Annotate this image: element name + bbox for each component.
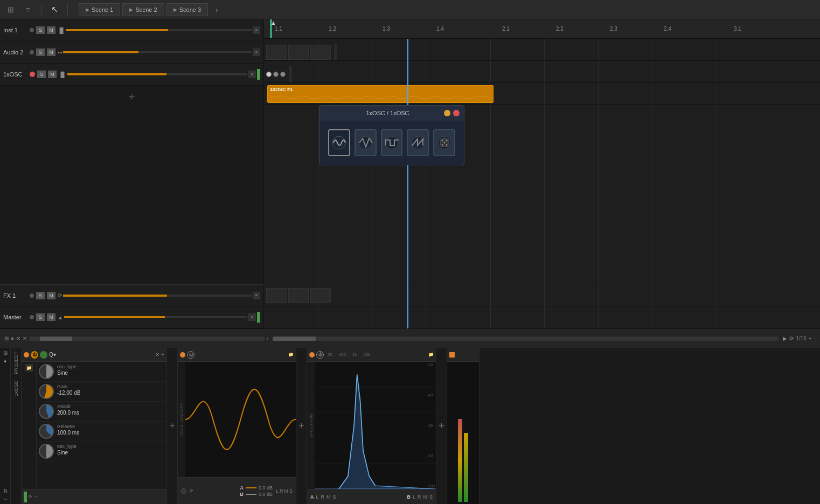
track-led-1xosc	[30, 72, 35, 77]
add-spectrum-btn[interactable]: +	[436, 348, 447, 504]
track-solo-fx1[interactable]: S	[36, 292, 45, 299]
knob-osc-type[interactable]	[39, 364, 54, 379]
menu-icon[interactable]: ≡	[22, 3, 34, 16]
plugin-close-btn[interactable]	[453, 110, 460, 116]
waveform-btn-noise[interactable]	[433, 129, 455, 156]
clip-block-title: 1xOSC #1	[268, 86, 493, 93]
spectrum-area: -20 -40 -60 -80 -100	[315, 362, 436, 489]
track-mute-inst1[interactable]: M	[47, 26, 55, 34]
sp-ch-b: B	[407, 494, 411, 500]
osc-ch-b: B 0.0 dB	[240, 492, 273, 497]
bottom-scroll-arr[interactable]	[273, 337, 779, 341]
track-name-master: Master	[3, 314, 27, 320]
spectrum-bottom-controls: A L R M S B L R M S	[307, 489, 436, 504]
add-device-btn[interactable]: +	[167, 348, 178, 504]
track-solo-master[interactable]: S	[36, 313, 45, 321]
separator-1	[41, 4, 41, 15]
play-icon-3: ▶	[173, 7, 177, 12]
track-options-inst1[interactable]: ≡	[253, 26, 260, 34]
bottom-icon-4[interactable]: ✕	[23, 335, 27, 341]
bottom-right-empty	[480, 348, 820, 504]
device-io-btn[interactable]: ⟳	[29, 494, 32, 499]
osc-bottom-controls: ⟳ A 0.0 dB B 0.0 dB L R M S	[178, 477, 296, 504]
track-row-1xosc: 1xOSC S M ▐▌ ≡	[0, 64, 263, 86]
arr-track-1xosc[interactable]: 1xOSC #1	[264, 83, 820, 105]
separator-2	[67, 4, 68, 15]
device-add-btn[interactable]: +	[161, 352, 164, 358]
device-search-btn[interactable]: ⌖	[40, 351, 47, 359]
cursor-icon[interactable]: ↖	[48, 3, 61, 16]
bottom-icon-2[interactable]: ≡	[11, 335, 14, 341]
track-mute-1xosc[interactable]: M	[48, 71, 57, 78]
track-solo-inst1[interactable]: S	[36, 26, 45, 34]
scene-tab-1[interactable]: ▶ Scene 1	[79, 3, 120, 16]
track-icon-audio2: ↤	[58, 50, 62, 55]
track-solo-1xosc[interactable]: S	[37, 71, 46, 78]
scenes-expand-icon[interactable]: ›	[210, 3, 223, 16]
param-name-attack: Attack	[57, 404, 164, 409]
left-strip-icon-4[interactable]: ↔	[3, 496, 8, 502]
scene-tab-2[interactable]: ▶ Scene 2	[122, 3, 164, 16]
track-mute-audio2[interactable]: M	[47, 48, 55, 56]
device-close-btn[interactable]: ✕	[155, 352, 159, 358]
vu-meters-right	[447, 348, 480, 504]
bottom-icon-3[interactable]: ✕	[16, 335, 20, 341]
db-labels: -20 -40 -60 -80 -100	[427, 362, 435, 489]
zoom-out-btn[interactable]: -	[814, 335, 816, 341]
track-options-audio2[interactable]: ≡	[253, 48, 260, 56]
knob-gain[interactable]	[39, 384, 54, 399]
scene-tab-3[interactable]: ▶ Scene 3	[166, 3, 208, 16]
param-value-release: 100.0 ms	[57, 430, 164, 436]
device-folder-btn[interactable]: 📁	[25, 364, 33, 372]
left-strip-icon-3[interactable]: ⇅	[3, 488, 8, 494]
device-arrow-btn[interactable]: ↔	[34, 494, 38, 499]
knob-attack[interactable]	[39, 404, 54, 419]
osc-power-btn[interactable]: ⏻	[187, 351, 194, 359]
waveform-btn-square[interactable]	[381, 129, 403, 156]
param-name-gain: Gain	[57, 384, 164, 389]
osc-label: OSCILLOSCOPE	[179, 403, 184, 437]
project-label[interactable]: PROJECT	[12, 348, 20, 377]
bottom-scroll-right-btn[interactable]: ›	[267, 335, 268, 341]
spectrum-folder-btn[interactable]: 📁	[428, 352, 434, 357]
ch-b-label: B	[240, 492, 244, 497]
quantize-label: 1/16	[796, 335, 806, 341]
ch-a-db: 0.0 dB	[259, 485, 273, 491]
track-mute-fx1[interactable]: M	[47, 292, 55, 299]
grid-icon[interactable]: ⊞	[4, 3, 17, 16]
track-options-fx1[interactable]: ≡	[253, 292, 260, 299]
freq-20: 20	[328, 352, 332, 357]
track-solo-audio2[interactable]: S	[36, 48, 45, 56]
waveform-btn-triangle[interactable]	[355, 129, 377, 156]
left-strip-icon-1[interactable]: ⊞	[3, 350, 8, 356]
left-strip-icon-2[interactable]: ♦	[4, 358, 6, 364]
track-options-master[interactable]: ≡	[248, 313, 256, 321]
bottom-icon-1[interactable]: ⊞	[4, 335, 9, 341]
track-mute-master[interactable]: M	[47, 313, 55, 321]
waveform-btn-sine[interactable]	[328, 129, 350, 156]
play-btn[interactable]: ▶	[783, 335, 787, 341]
add-track-btn[interactable]: +	[129, 91, 135, 103]
waveform-btn-sawtooth[interactable]	[407, 129, 429, 156]
plugin-minimize-btn[interactable]	[444, 110, 450, 116]
device-power-btn[interactable]: ⏻	[31, 351, 38, 359]
ruler-1-2: 1.2	[326, 19, 336, 38]
zoom-in-btn[interactable]: +	[809, 335, 812, 341]
knob-release[interactable]	[39, 424, 54, 439]
db-minus80: -80	[427, 454, 435, 458]
loop-icon[interactable]: ⟳	[789, 335, 794, 341]
svg-point-9	[441, 144, 443, 146]
spectrum-power-btn[interactable]: ⏻	[316, 351, 324, 359]
sp-ch-s: S	[333, 494, 336, 500]
osc-reset-btn[interactable]: ⟳	[190, 488, 193, 493]
osc-folder-btn[interactable]: 📁	[288, 352, 294, 357]
bottom-scroll-left[interactable]	[29, 337, 265, 341]
empty-track-area: +	[0, 86, 263, 284]
add-osc-btn[interactable]: +	[296, 348, 307, 504]
knob-osc-type2[interactable]	[39, 444, 54, 459]
left-icon-strip: ⊞ ♦ ⇅ ↔	[0, 348, 11, 504]
track-options-1xosc[interactable]: ≡	[248, 71, 256, 78]
1xosc-label-vertical[interactable]: 1xOSC	[12, 377, 20, 400]
db-minus20: -20	[427, 363, 435, 367]
clip-block-1xosc[interactable]: 1xOSC #1	[267, 85, 494, 103]
